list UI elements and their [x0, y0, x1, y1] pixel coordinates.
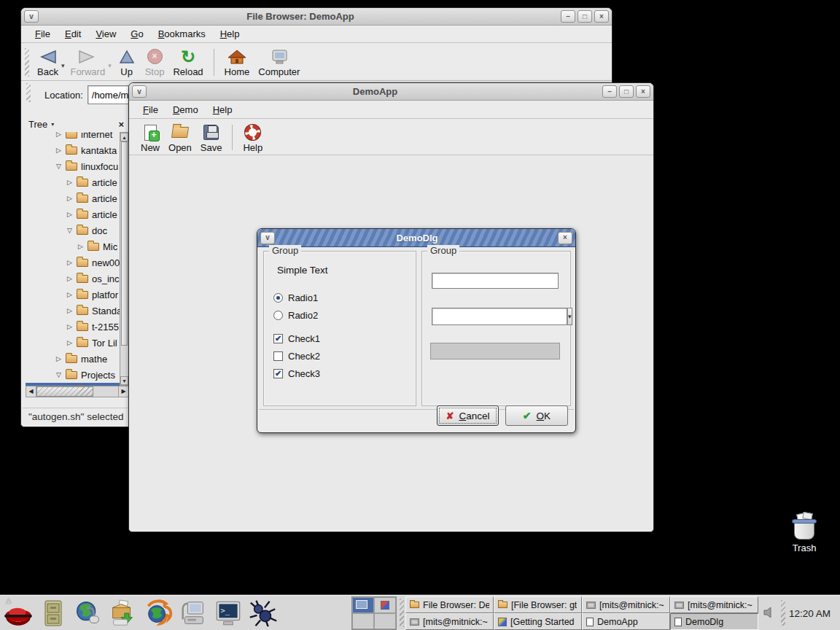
scroll-up-icon[interactable]: ▲ — [120, 133, 128, 141]
check3-option[interactable]: ✔ Check3 — [273, 368, 320, 379]
close-icon[interactable]: × — [558, 232, 572, 244]
tree-horizontal-scrollbar[interactable]: ◀ ▶ — [26, 386, 129, 397]
check2-option[interactable]: Check2 — [273, 350, 320, 362]
expander-icon[interactable]: ▷ — [67, 211, 77, 218]
expander-icon[interactable]: ▷ — [67, 179, 77, 186]
checkbox-checked-icon[interactable]: ✔ — [273, 334, 283, 343]
radio1-option[interactable]: Radio1 — [273, 292, 318, 303]
location-grip[interactable] — [26, 83, 31, 102]
checkbox-unchecked-icon[interactable] — [273, 351, 283, 361]
systray-grip[interactable] — [781, 600, 785, 626]
desktop-icon-trash[interactable]: Trash — [780, 515, 828, 553]
tree-item-mathe[interactable]: ▷mathe — [26, 351, 120, 367]
menu-view[interactable]: View — [89, 26, 122, 42]
file-manager-icon[interactable] — [38, 598, 69, 629]
maximize-icon[interactable]: □ — [578, 10, 592, 23]
tree-item-tor-lil[interactable]: ▷Tor Lil — [26, 335, 120, 351]
workspace-2[interactable] — [374, 597, 396, 613]
minimize-icon[interactable]: – — [561, 10, 575, 23]
expander-icon[interactable]: ▷ — [67, 307, 77, 314]
scroll-down-icon[interactable]: ▼ — [120, 376, 128, 385]
menu-go[interactable]: Go — [124, 26, 149, 42]
menu-help[interactable]: Help — [206, 102, 239, 117]
workspace-pager[interactable] — [351, 596, 397, 630]
tree-item-projects[interactable]: ▽Projects — [26, 367, 120, 383]
tree-item-standa[interactable]: ▷Standa — [26, 303, 120, 319]
radio2-option[interactable]: Radio2 — [273, 309, 318, 321]
text-input[interactable] — [432, 273, 559, 289]
tree-item-internet[interactable]: ▷internet — [26, 132, 120, 142]
expander-icon[interactable]: ▽ — [56, 163, 66, 170]
expander-icon[interactable]: ▽ — [67, 227, 77, 234]
task-file-browser-demoapp[interactable]: File Browser: De — [405, 596, 494, 613]
menu-bookmarks[interactable]: Bookmarks — [152, 26, 212, 42]
cancel-button[interactable]: ✘ Cancel — [437, 405, 499, 426]
expander-icon[interactable]: ▷ — [67, 259, 77, 266]
forward-dropdown-icon[interactable]: ▾ — [108, 62, 112, 69]
task-terminal-1[interactable]: [mits@mitnick:~ — [405, 613, 494, 630]
workspace-4[interactable] — [374, 613, 396, 629]
menu-demo[interactable]: Demo — [166, 102, 205, 117]
pane-close-icon[interactable]: × — [116, 119, 126, 130]
new-button[interactable]: New — [136, 122, 164, 154]
task-demoapp[interactable]: DemoApp — [582, 613, 670, 630]
expander-icon[interactable]: ▷ — [67, 339, 77, 346]
task-file-browser-gt[interactable]: [File Browser: gt — [494, 596, 582, 613]
radio-selected-icon[interactable] — [273, 293, 283, 303]
scroll-right-icon[interactable]: ▶ — [118, 386, 128, 397]
combo-dropdown-icon[interactable]: ▾ — [567, 308, 572, 325]
task-terminal-3[interactable]: [mits@mitnick:~ — [670, 596, 758, 613]
task-terminal-2[interactable]: [mits@mitnick:~ — [582, 596, 670, 613]
tree-item-linuxfocus[interactable]: ▽linuxfocu — [26, 158, 120, 174]
minimize-icon[interactable]: – — [602, 85, 617, 98]
back-dropdown-icon[interactable]: ▾ — [61, 62, 65, 69]
expander-icon[interactable]: ▷ — [56, 147, 66, 154]
expander-icon[interactable]: ▷ — [78, 243, 88, 250]
pane-dropdown-icon[interactable]: ▾ — [51, 121, 116, 128]
tree-item-doc[interactable]: ▽doc — [26, 222, 120, 238]
tasklist-grip[interactable] — [400, 599, 404, 627]
expander-icon[interactable]: ▷ — [56, 355, 66, 362]
radio-unselected-icon[interactable] — [273, 311, 283, 320]
expander-icon[interactable]: ▷ — [67, 275, 77, 282]
combo-box[interactable]: ▾ — [432, 308, 564, 325]
expander-icon[interactable]: ▷ — [67, 291, 77, 298]
help-button[interactable]: Help — [238, 122, 267, 154]
check1-option[interactable]: ✔ Check1 — [273, 332, 320, 344]
scrollbar-thumb[interactable] — [36, 386, 93, 397]
up-button[interactable]: Up — [113, 46, 141, 78]
back-button[interactable]: Back — [33, 46, 63, 78]
side-pane-header[interactable]: Tree ▾ × — [26, 116, 129, 132]
open-button[interactable]: Open — [164, 122, 196, 154]
expander-icon[interactable]: ▷ — [67, 195, 77, 202]
bug-report-icon[interactable] — [248, 598, 279, 629]
workspace-1-active[interactable] — [352, 597, 374, 613]
mozilla-browser-icon[interactable] — [143, 598, 174, 629]
scroll-left-icon[interactable]: ◀ — [26, 386, 36, 397]
close-icon[interactable]: × — [594, 10, 609, 23]
maximize-icon[interactable]: □ — [619, 85, 634, 98]
window-menu-icon[interactable]: v — [24, 10, 39, 23]
toolbar-grip[interactable] — [25, 48, 29, 77]
tree-item-platfor[interactable]: ▷platfor — [26, 287, 120, 303]
menu-help[interactable]: Help — [214, 26, 246, 42]
tree-item-new00[interactable]: ▷new00 — [26, 254, 120, 271]
expander-icon[interactable]: ▽ — [56, 371, 66, 378]
reload-button[interactable]: ↻ Reload — [168, 46, 207, 78]
tree-item-os-inc[interactable]: ▷os_inc — [26, 271, 120, 287]
package-manager-icon[interactable] — [108, 598, 139, 629]
computer-button[interactable]: Computer — [254, 46, 304, 78]
window-menu-icon[interactable]: v — [260, 232, 275, 244]
task-demodlg-active[interactable]: DemoDlg — [670, 613, 758, 630]
task-getting-started[interactable]: [Getting Started — [494, 613, 582, 630]
menu-file[interactable]: File — [136, 102, 165, 117]
expander-icon[interactable]: ▷ — [56, 132, 66, 138]
tree-item-article[interactable]: ▷article — [26, 206, 120, 222]
terminal-icon[interactable]: >_ — [213, 598, 244, 629]
tree-item-t2155[interactable]: ▷t-2155 — [26, 319, 120, 335]
close-icon[interactable]: × — [636, 85, 650, 98]
demoapp-titlebar[interactable]: v DemoApp – □ × — [129, 83, 653, 101]
web-browser-icon[interactable] — [73, 598, 104, 629]
window-menu-icon[interactable]: v — [132, 85, 147, 98]
tree-item-article[interactable]: ▷article — [26, 190, 120, 206]
